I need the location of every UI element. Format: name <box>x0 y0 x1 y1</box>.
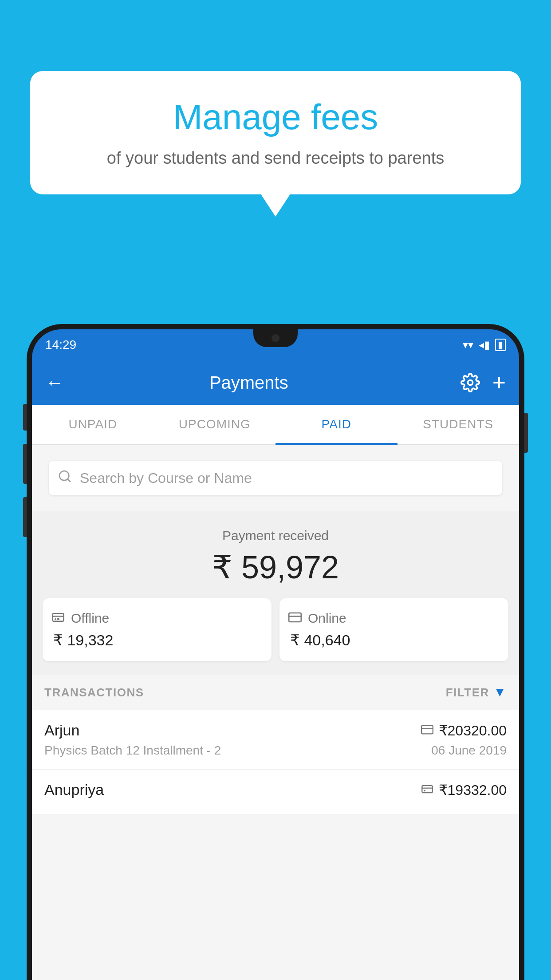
status-time: 14:29 <box>45 338 76 352</box>
status-bar: 14:29 ▾▾ ◂▮ ▮ <box>32 329 519 360</box>
transaction-amount-wrap-1: ₹20320.00 <box>421 722 507 739</box>
transactions-label: TRANSACTIONS <box>44 686 144 699</box>
offline-amount: ₹ 19,332 <box>51 631 113 649</box>
transaction-bottom-1: Physics Batch 12 Installment - 2 06 June… <box>44 743 507 758</box>
offline-icon <box>51 611 65 626</box>
bubble-subtitle: of your students and send receipts to pa… <box>52 146 499 170</box>
add-button[interactable]: + <box>492 371 506 394</box>
tab-students[interactable]: STUDENTS <box>398 405 520 444</box>
svg-line-2 <box>67 479 70 482</box>
page-title: Payments <box>73 373 425 393</box>
app-header: ← Payments + <box>32 360 519 405</box>
app-screen: ← Payments + UNPAID <box>32 360 519 980</box>
back-button[interactable]: ← <box>45 372 64 393</box>
online-card: Online ₹ 40,640 <box>279 598 508 661</box>
phone-side-btn-right <box>524 413 528 453</box>
filter-icon: ▼ <box>494 685 507 699</box>
battery-icon: ▮ <box>495 339 506 351</box>
search-placeholder: Search by Course or Name <box>80 470 252 486</box>
online-amount: ₹ 40,640 <box>288 631 350 649</box>
svg-rect-7 <box>289 613 301 622</box>
phone-side-btn-left3 <box>23 497 27 537</box>
payment-received-label: Payment received <box>41 528 510 543</box>
online-payment-icon-1 <box>421 723 433 738</box>
transaction-course-1: Physics Batch 12 Installment - 2 <box>44 743 221 758</box>
transaction-name-1: Arjun <box>44 722 79 739</box>
offline-payment-icon-2 <box>421 783 433 797</box>
transaction-date-1: 06 June 2019 <box>431 743 507 758</box>
signal-icon: ◂▮ <box>479 339 490 351</box>
tab-paid[interactable]: PAID <box>276 405 398 444</box>
payment-cards: Offline ₹ 19,332 <box>43 598 508 661</box>
card-payment-icon <box>288 611 302 626</box>
svg-rect-3 <box>53 613 64 621</box>
svg-rect-9 <box>421 725 433 734</box>
phone-side-btn-left1 <box>23 404 27 431</box>
online-card-header: Online <box>288 611 346 626</box>
transaction-top-1: Arjun ₹20320.00 <box>44 722 507 739</box>
status-icons: ▾▾ ◂▮ ▮ <box>463 339 506 351</box>
transaction-amount-wrap-2: ₹19332.00 <box>421 782 507 798</box>
wifi-icon: ▾▾ <box>463 339 473 351</box>
speech-bubble: Manage fees of your students and send re… <box>30 71 521 194</box>
offline-card: Offline ₹ 19,332 <box>43 598 272 661</box>
search-icon <box>58 469 72 487</box>
settings-icon[interactable] <box>460 373 480 392</box>
phone-side-btn-left2 <box>23 444 27 484</box>
camera <box>272 334 279 342</box>
tab-upcoming[interactable]: UPCOMING <box>154 405 276 444</box>
offline-card-header: Offline <box>51 611 109 626</box>
svg-point-0 <box>468 380 472 385</box>
bubble-title: Manage fees <box>52 98 499 137</box>
online-label: Online <box>308 611 346 626</box>
filter-button[interactable]: FILTER ▼ <box>446 685 507 699</box>
transactions-header: TRANSACTIONS FILTER ▼ <box>32 675 519 710</box>
tabs-bar: UNPAID UPCOMING PAID STUDENTS <box>32 405 519 445</box>
svg-rect-11 <box>422 785 432 792</box>
search-bar[interactable]: Search by Course or Name <box>49 461 502 495</box>
header-actions: + <box>460 371 506 394</box>
notch <box>253 329 298 347</box>
offline-label: Offline <box>71 611 109 626</box>
transaction-amount-2: ₹19332.00 <box>439 782 507 798</box>
tab-unpaid[interactable]: UNPAID <box>32 405 154 444</box>
transaction-top-2: Anupriya ₹19332.00 <box>44 781 507 798</box>
table-row[interactable]: Anupriya ₹19332.00 <box>32 770 519 815</box>
payment-received-section: Payment received ₹ 59,972 <box>32 511 519 675</box>
table-row[interactable]: Arjun ₹20320.00 Physics <box>32 710 519 770</box>
transaction-amount-1: ₹20320.00 <box>439 722 507 739</box>
payment-total-amount: ₹ 59,972 <box>41 549 510 586</box>
transaction-name-2: Anupriya <box>44 781 104 798</box>
